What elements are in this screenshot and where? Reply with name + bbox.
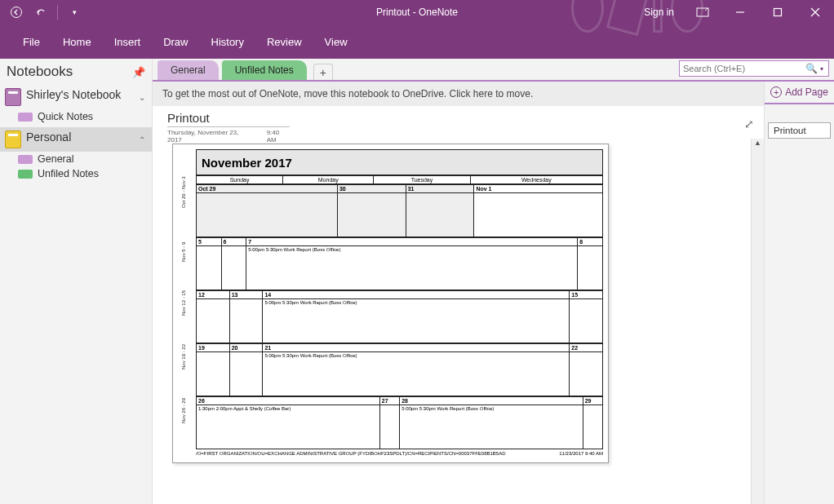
page-canvas[interactable]: Printout Thursday, November 23, 2017 9:4…: [153, 106, 764, 504]
date-cell: 27: [379, 397, 399, 405]
date-cell: 15: [570, 291, 603, 299]
event-cell: [570, 299, 603, 343]
search-dropdown-icon[interactable]: ▾: [820, 65, 828, 73]
week-label: Oct 29 - Nov 3: [181, 176, 186, 208]
page-date: Thursday, November 23, 2017: [167, 129, 252, 144]
date-cell: 22: [570, 344, 603, 352]
date-cell: 8: [578, 238, 603, 246]
close-icon[interactable]: [796, 0, 834, 24]
event-cell: [578, 246, 603, 290]
day-header: Tuesday: [374, 176, 470, 184]
add-section-button[interactable]: +: [313, 64, 333, 80]
date-cell: 21: [263, 344, 570, 352]
section-icon: [18, 170, 33, 179]
calendar-table: Sunday Monday Tuesday Wednesday: [196, 175, 603, 184]
date-cell: 31: [406, 185, 474, 193]
svg-rect-3: [774, 9, 782, 16]
quickaccess-customize-icon[interactable]: ▾: [63, 2, 86, 22]
menu-view[interactable]: View: [313, 24, 359, 59]
search-box[interactable]: 🔍 ▾: [679, 60, 829, 77]
notebook-icon: [5, 130, 21, 148]
week-label: Nov 19 - 22: [181, 344, 186, 369]
event-cell: 5:00pm 5:30pm Work Report (Boss Office): [263, 352, 570, 396]
tab-general[interactable]: General: [157, 60, 219, 80]
menu-review[interactable]: Review: [255, 24, 313, 59]
date-cell: 13: [229, 291, 263, 299]
section-general[interactable]: General: [0, 152, 152, 166]
date-cell: 12: [197, 291, 230, 299]
notebook-personal[interactable]: Personal ⌃: [0, 127, 152, 152]
date-cell: 26: [197, 397, 380, 405]
notebooks-sidebar: Notebooks 📌 Shirley's Notebook ⌄ Quick N…: [0, 59, 153, 504]
calendar-footer-left: /O=FIRST ORGANIZATION/OU=EXCHANGE ADMINI…: [196, 451, 506, 456]
section-label: General: [38, 153, 73, 165]
pin-icon[interactable]: 📌: [132, 66, 145, 78]
search-input[interactable]: [680, 64, 802, 73]
back-icon[interactable]: [5, 2, 28, 22]
date-cell: 28: [400, 397, 583, 405]
event-cell: [197, 299, 230, 343]
event-cell: [379, 405, 399, 449]
notebook-label: Shirley's Notebook: [26, 88, 121, 102]
date-cell: 14: [263, 291, 570, 299]
scrollbar-vertical[interactable]: ▲: [751, 139, 764, 504]
day-header: Monday: [283, 176, 374, 184]
minimize-icon[interactable]: [721, 0, 759, 24]
event-cell: [229, 352, 263, 396]
day-header: Sunday: [197, 176, 283, 184]
search-icon[interactable]: 🔍: [802, 63, 820, 74]
date-cell: Nov 1: [474, 185, 603, 193]
event-cell: [583, 405, 602, 449]
section-quick-notes[interactable]: Quick Notes: [0, 109, 152, 124]
event-cell: [197, 246, 222, 290]
date-cell: 20: [229, 344, 263, 352]
calendar-footer-right: 11/23/2017 9:40 AM: [559, 451, 603, 456]
add-page-label: Add Page: [785, 86, 828, 98]
event-cell: 5:00pm 5:30pm Work Report (Boss Office): [263, 299, 570, 343]
event-cell: 5:00pm 5:30pm Work Report (Boss Office): [246, 246, 578, 290]
event-cell: 1:30pm 2:00pm Appt & Shelly (Coffee Bar): [197, 405, 380, 449]
event-cell: [570, 352, 603, 396]
event-cell: [197, 352, 230, 396]
date-cell: Oct 29: [197, 185, 338, 193]
event-cell: [337, 193, 406, 237]
day-header: Wednesday: [470, 176, 602, 184]
section-icon: [18, 155, 33, 164]
chevron-down-icon[interactable]: ⌄: [139, 93, 145, 102]
section-unfiled-notes[interactable]: Unfiled Notes: [0, 166, 152, 181]
add-page-button[interactable]: + Add Page: [765, 82, 834, 104]
date-cell: 6: [221, 238, 246, 246]
expand-icon[interactable]: ⤢: [744, 117, 754, 130]
page-title[interactable]: Printout: [167, 111, 290, 127]
calendar-title: November 2017: [196, 149, 603, 175]
date-cell: 19: [197, 344, 230, 352]
date-cell: 30: [337, 185, 406, 193]
maximize-icon[interactable]: [759, 0, 796, 24]
svg-point-0: [11, 7, 22, 18]
page-panel: + Add Page Printout: [764, 82, 834, 504]
menu-draw[interactable]: Draw: [152, 24, 199, 59]
chevron-up-icon[interactable]: ⌃: [139, 135, 145, 144]
week-label: Nov 12 - 15: [181, 290, 186, 316]
notebook-label: Personal: [26, 130, 71, 144]
event-cell: [406, 193, 474, 237]
menu-file[interactable]: File: [11, 24, 51, 59]
calendar-printout[interactable]: November 2017 Sunday Monday Tuesday Wedn…: [172, 144, 609, 463]
notebook-shirley[interactable]: Shirley's Notebook ⌄: [0, 85, 152, 109]
date-cell: 5: [197, 238, 222, 246]
title-bar: ▾ Printout - OneNote Sign in: [0, 0, 834, 24]
event-cell: 5:00pm 5:30pm Work Report (Boss Office): [400, 405, 583, 449]
menu-home[interactable]: Home: [51, 24, 103, 59]
tab-unfiled-notes[interactable]: Unfiled Notes: [222, 60, 307, 80]
sidebar-heading: Notebooks: [7, 64, 132, 80]
section-label: Unfiled Notes: [38, 168, 99, 179]
onedrive-banner[interactable]: To get the most out of OneNote, move thi…: [153, 82, 764, 106]
menu-insert[interactable]: Insert: [103, 24, 153, 59]
section-label: Quick Notes: [38, 111, 93, 122]
scroll-up-icon[interactable]: ▲: [752, 139, 764, 150]
menu-history[interactable]: History: [200, 24, 255, 59]
event-cell: [474, 193, 603, 237]
undo-icon[interactable]: [29, 2, 52, 22]
date-cell: 7: [246, 238, 578, 246]
page-list-item[interactable]: Printout: [768, 122, 831, 139]
